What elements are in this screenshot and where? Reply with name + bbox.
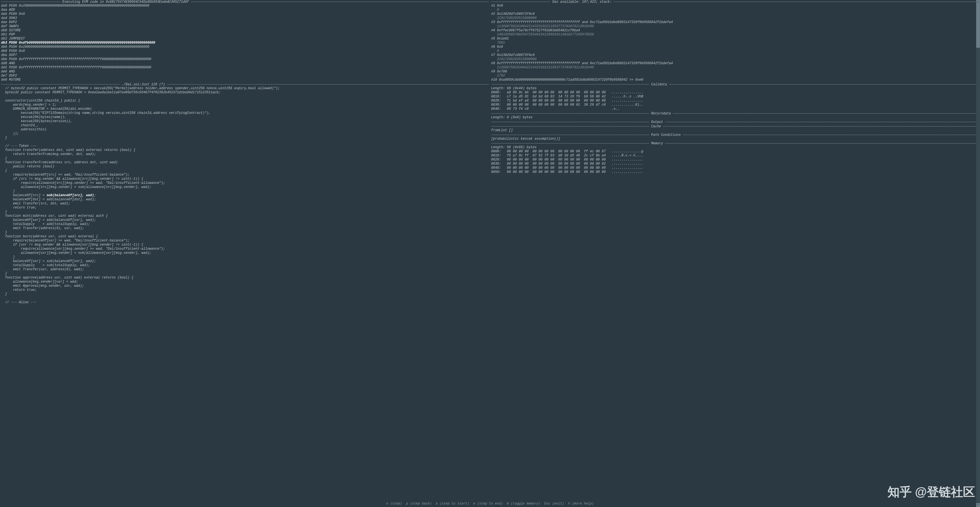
evm-title-prefix: Executing EVM code in [62,0,106,4]
returndata-title: Returndata [651,112,671,116]
rule-fill: ────────────────────────────────────────… [491,133,649,137]
right-column: ────────────────────────────── Gas avail… [490,0,980,501]
output-title-line: ────────────────────────────────────────… [491,120,979,124]
stack-panel-title: ────────────────────────────── Gas avail… [491,0,979,4]
rule-fill: ────────────────────────────────────────… [491,120,649,124]
calldata-title: Calldata [651,83,667,86]
rule-fill: ────────────────────────────── [491,0,550,4]
left-column: ────────────────────────────── Executing… [0,0,490,501]
calldata-body[interactable]: Length: 68 (0x44) bytes 0000: a9 05 9c b… [491,86,979,111]
rule-fill: ────────────────────────────────────────… [673,112,979,116]
memory-title: Memory [651,141,663,145]
rule-fill: ────────────────────────────────────────… [683,133,979,137]
source-code[interactable]: // bytes32 public constant PERMIT_TYPEHA… [1,86,489,305]
rule-fill: ────────────────────────────────────────… [167,83,489,86]
rule-fill: ────────────────────────────────────────… [491,83,649,86]
rule-fill: ────────────────────────────────────────… [491,141,649,145]
gas-title: Gas available: 197,423; stack: [552,0,611,4]
scroll-down-arrow-icon[interactable]: ▾ [976,503,980,507]
stack-body[interactable]: #1 0x0 0 #2 0x13029d7c08973f4c0 21917286… [491,4,979,82]
evm-title-address: 0x6B175474E89094C44Da98b954EedeAC495271d… [106,0,189,4]
output-title: Output [651,120,663,124]
pathconds-panel: ────────────────────────────────────────… [491,133,979,141]
source-panel-title: ────────────────────────────────────────… [1,83,489,86]
pathconds-title: Path Conditions [651,133,681,137]
output-panel: ────────────────────────────────────────… [491,120,979,124]
cache-title: Cache [651,124,661,129]
rule-fill: ────────────────────────────────────────… [614,0,979,4]
evm-panel-title: ────────────────────────────── Executing… [1,0,489,4]
scroll-up-arrow-icon[interactable]: ▴ [976,0,980,4]
pathconds-title-line: ────────────────────────────────────────… [491,133,979,137]
memory-title-line: ────────────────────────────────────────… [491,141,979,145]
rule-fill: ────────────────────────────────────────… [1,83,119,86]
cache-title-line: ────────────────────────────────────────… [491,124,979,129]
source-title: ./Dai.sol:Just 128 (?) [121,83,165,86]
screen: ────────────────────────────── Executing… [0,0,980,507]
calldata-panel: ────────────────────────────────────────… [491,83,979,111]
rule-fill: ────────────────────────────────────────… [491,112,649,116]
rule-fill: ────────────────────────────────────────… [665,120,979,124]
pathconds-body: [probabilistic keccak assumption()] [491,137,979,141]
evm-disassembly[interactable]: da8 PUSH 0x20000000000000000000000000000… [1,4,489,82]
scrollbar-track[interactable]: ▴ ▾ [976,0,980,507]
rule-fill: ────────────────────────────── [1,0,60,4]
returndata-title-line: ────────────────────────────────────────… [491,112,979,116]
rule-fill: ────────────────────────────────────────… [669,83,979,86]
rule-fill: ────────────────────────────────────────… [491,124,649,129]
returndata-body: Length: 0 (0x0) bytes [491,116,979,119]
memory-panel: ────────────────────────────────────────… [491,141,979,174]
memory-body[interactable]: Length: 96 (0x60) bytes 0000: 00 00 00 0… [491,145,979,174]
rule-fill: ────────────────────────────────────────… [665,141,979,145]
returndata-panel: ────────────────────────────────────────… [491,112,979,119]
stack-panel: ────────────────────────────── Gas avail… [491,0,979,82]
scrollbar-thumb[interactable] [976,4,980,48]
calldata-title-line: ────────────────────────────────────────… [491,83,979,86]
footer-hints: n (step) p (step back) a (step to start)… [0,501,980,507]
cache-body: fromList [] [491,129,979,132]
main-area: ────────────────────────────── Executing… [0,0,980,501]
evm-panel: ────────────────────────────── Executing… [1,0,489,82]
cache-panel: ────────────────────────────────────────… [491,124,979,132]
source-panel: ────────────────────────────────────────… [1,83,489,500]
rule-fill: ────────────────────────────────────────… [191,0,489,4]
rule-fill: ────────────────────────────────────────… [663,124,979,129]
